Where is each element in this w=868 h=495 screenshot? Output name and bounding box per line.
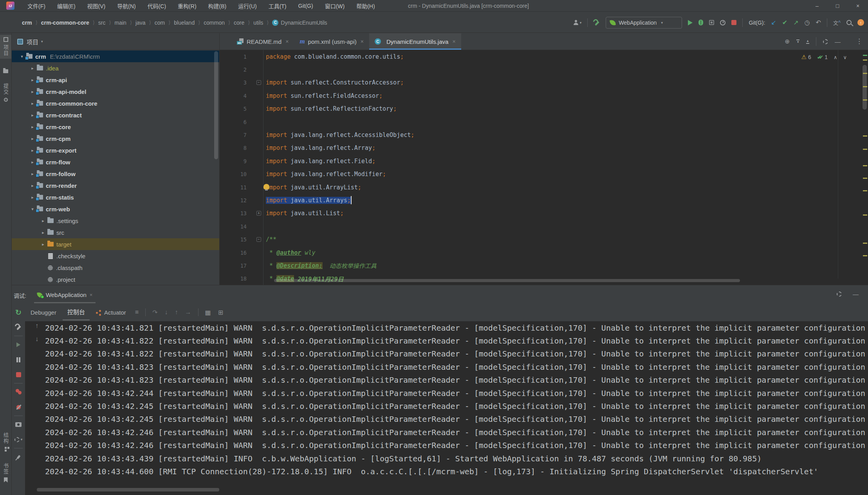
tree-row[interactable]: ▸crm-common-core bbox=[12, 97, 219, 109]
editor-vertical-scrollbar[interactable] bbox=[863, 65, 867, 110]
error-stripe-mark[interactable] bbox=[863, 86, 867, 87]
tree-row[interactable]: ▸crm-api bbox=[12, 74, 219, 86]
breadcrumb-item[interactable]: core bbox=[234, 20, 244, 26]
tree-row[interactable]: .checkstyle bbox=[12, 250, 219, 262]
tree-row[interactable]: ▸crm-flow bbox=[12, 156, 219, 168]
tree-chevron-icon[interactable]: ▸ bbox=[29, 183, 36, 188]
next-problem-icon[interactable]: ∨ bbox=[843, 54, 847, 60]
rerun-icon[interactable]: ↻ bbox=[12, 305, 25, 320]
arrow-down-icon[interactable]: ↓ bbox=[35, 335, 39, 343]
sidebar-item-project[interactable]: 项目 bbox=[0, 35, 11, 59]
stop-icon[interactable] bbox=[12, 367, 25, 382]
breadcrumb-item[interactable]: main bbox=[115, 20, 126, 26]
git-commit-icon[interactable]: ✔ bbox=[782, 19, 787, 26]
passed-indicator[interactable]: ✔✔1 bbox=[817, 54, 828, 60]
breadcrumb-item[interactable]: crm bbox=[22, 20, 32, 26]
stop-button[interactable] bbox=[731, 20, 736, 25]
git-rollback-icon[interactable]: ↶ bbox=[816, 19, 821, 26]
menu-item[interactable]: 导航(N) bbox=[111, 2, 141, 10]
inspections-widget[interactable]: ⚠6 ✔✔1 ∧ ∨ bbox=[801, 54, 847, 61]
step-out-icon[interactable]: ↑ bbox=[172, 309, 181, 316]
sidebar-item-structure[interactable]: 结构 bbox=[0, 430, 11, 454]
debug-tab-debugger[interactable]: Debugger bbox=[26, 304, 61, 320]
resume-icon[interactable] bbox=[12, 337, 25, 352]
git-push-icon[interactable]: ↗ bbox=[793, 19, 798, 26]
minimize-button[interactable]: – bbox=[807, 0, 827, 12]
code-editor[interactable]: 1package com.blueland.common.core.utils;… bbox=[220, 50, 868, 285]
breadcrumb-item[interactable]: java bbox=[135, 20, 146, 26]
tree-chevron-icon[interactable]: ▸ bbox=[29, 113, 36, 118]
intention-bulb-icon[interactable] bbox=[263, 184, 269, 189]
tree-chevron-icon[interactable]: ▸ bbox=[40, 230, 46, 235]
gear-icon[interactable] bbox=[837, 292, 842, 297]
tree-row[interactable]: ▸.idea bbox=[12, 62, 219, 74]
menu-item[interactable]: 帮助(H) bbox=[350, 2, 381, 10]
menu-item[interactable]: 运行(U) bbox=[232, 2, 262, 10]
fold-marker-icon[interactable]: − bbox=[256, 237, 261, 242]
tree-row[interactable]: ▸crm-contract bbox=[12, 109, 219, 121]
tree-row[interactable]: ▸src bbox=[12, 227, 219, 238]
console-horizontal-scrollbar[interactable] bbox=[37, 488, 219, 491]
close-icon[interactable]: × bbox=[452, 38, 455, 45]
maximize-button[interactable]: □ bbox=[827, 0, 848, 12]
tree-chevron-icon[interactable]: ▸ bbox=[29, 77, 36, 83]
run-config-selector[interactable]: WebApplication ▾ bbox=[606, 17, 682, 29]
tree-row[interactable]: ▸crm-api-model bbox=[12, 86, 219, 97]
warnings-indicator[interactable]: ⚠6 bbox=[801, 54, 811, 61]
debug-console[interactable]: ↑ ↓ 2024-02-26 10:43:41.821 [restartedMa… bbox=[25, 321, 868, 495]
tree-chevron-icon[interactable]: ▾ bbox=[29, 207, 36, 212]
error-stripe-mark[interactable] bbox=[863, 73, 867, 74]
view-breakpoints-icon[interactable] bbox=[12, 385, 25, 400]
breadcrumb-item[interactable]: com bbox=[155, 20, 165, 26]
error-stripe-mark[interactable] bbox=[863, 59, 867, 61]
prev-problem-icon[interactable]: ∧ bbox=[834, 54, 837, 60]
menu-item[interactable]: 代码(C) bbox=[142, 2, 172, 10]
tree-row[interactable]: ▸crm-cpm bbox=[12, 133, 219, 144]
close-icon[interactable]: × bbox=[90, 292, 93, 298]
thread-dump-camera-icon[interactable] bbox=[12, 417, 25, 432]
tree-chevron-icon[interactable]: ▸ bbox=[29, 160, 36, 165]
tree-row[interactable]: ▸crm-core bbox=[12, 121, 219, 133]
editor-tab[interactable]: mpom.xml (usm-api)× bbox=[294, 33, 369, 50]
collapse-all-icon[interactable]: ▲ bbox=[806, 40, 809, 44]
breadcrumb-item[interactable]: utils bbox=[253, 20, 263, 26]
sidebar-item-bookmarks[interactable]: 书签 bbox=[0, 461, 11, 485]
tree-row[interactable]: .project bbox=[12, 274, 219, 285]
menu-item[interactable]: 编辑(E) bbox=[51, 2, 81, 10]
tree-chevron-icon[interactable]: ▸ bbox=[29, 101, 36, 106]
fold-marker-icon[interactable]: − bbox=[256, 80, 261, 85]
user-profile-button[interactable]: ▾ bbox=[573, 20, 582, 25]
tree-row[interactable]: ▸crm-export bbox=[12, 144, 219, 156]
expand-all-icon[interactable]: ▼ bbox=[796, 40, 799, 44]
tree-chevron-icon[interactable]: ▸ bbox=[29, 136, 36, 141]
tree-row[interactable]: ▸crm-follow bbox=[12, 168, 219, 180]
coverage-button[interactable] bbox=[709, 20, 714, 25]
evaluate-expression-icon[interactable]: ▦ bbox=[202, 309, 214, 316]
error-stripe-mark[interactable] bbox=[863, 190, 867, 191]
mute-breakpoints-icon[interactable] bbox=[12, 400, 25, 414]
menu-item[interactable]: Git(G) bbox=[292, 3, 319, 9]
breadcrumb-item[interactable]: blueland bbox=[174, 20, 195, 26]
step-over-icon[interactable]: ↷ bbox=[150, 309, 160, 316]
console-menu-icon[interactable]: ≡ bbox=[132, 309, 141, 316]
menu-item[interactable]: 重构(R) bbox=[172, 2, 202, 10]
close-button[interactable]: × bbox=[848, 0, 868, 12]
sidebar-item-commit[interactable]: 提交 bbox=[0, 81, 11, 104]
hide-panel-icon[interactable]: — bbox=[835, 38, 841, 45]
breadcrumb-item[interactable]: crm-common-core bbox=[41, 20, 89, 26]
more-options-kebab-icon[interactable]: ⋮ bbox=[856, 37, 863, 45]
tree-chevron-icon[interactable]: ▸ bbox=[29, 89, 36, 94]
menu-item[interactable]: 视图(V) bbox=[81, 2, 112, 10]
translate-icon[interactable]: 文A bbox=[833, 19, 841, 26]
build-wrench-icon[interactable] bbox=[594, 20, 600, 26]
breadcrumb-item[interactable]: src bbox=[98, 20, 106, 26]
git-history-icon[interactable]: ◷ bbox=[805, 19, 810, 26]
error-stripe-mark[interactable] bbox=[863, 255, 867, 256]
tree-row[interactable]: ▸crm-statis bbox=[12, 191, 219, 203]
error-stripe-mark[interactable] bbox=[863, 178, 867, 179]
run-to-cursor-icon[interactable]: → bbox=[182, 309, 194, 316]
locate-file-icon[interactable]: ⊕ bbox=[785, 38, 790, 45]
close-icon[interactable]: × bbox=[285, 38, 289, 45]
step-into-icon[interactable]: ↓ bbox=[162, 309, 171, 316]
pause-icon[interactable] bbox=[12, 352, 25, 367]
